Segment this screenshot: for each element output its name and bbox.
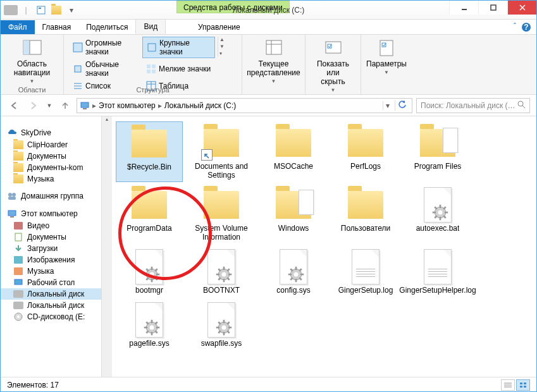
svg-rect-43 [14, 267, 23, 275]
tab-share[interactable]: Поделиться [78, 20, 135, 34]
sidebar-downloads[interactable]: Загрузки [1, 243, 101, 254]
forward-button[interactable] [26, 98, 41, 113]
file-item[interactable]: $Recycle.Bin [116, 121, 183, 182]
tab-file[interactable]: Файл [1, 20, 35, 34]
breadcrumb-dropdown-icon[interactable]: ▾ [383, 101, 392, 110]
new-folder-icon[interactable] [49, 3, 63, 17]
sidebar-documents-kom[interactable]: Документы-kom [1, 162, 101, 173]
breadcrumb-location[interactable]: Локальный диск (C:) [164, 101, 237, 110]
sidebar-pictures[interactable]: Изображения [1, 254, 101, 266]
svg-rect-15 [152, 64, 156, 68]
sidebar-cd-drive[interactable]: CD-дисковод (E: [1, 311, 101, 322]
file-item[interactable]: GingerSetup.log [332, 245, 399, 297]
svg-point-46 [17, 315, 20, 318]
navigation-tree[interactable]: SkyDrive ClipHoarder Документы Документы… [1, 116, 102, 377]
svg-point-98 [222, 326, 226, 330]
refresh-icon[interactable] [395, 100, 409, 111]
sidebar-desktop[interactable]: Рабочий стол [1, 277, 101, 288]
svg-rect-39 [10, 216, 14, 217]
tab-home[interactable]: Главная [35, 20, 79, 34]
svg-line-34 [522, 106, 525, 108]
view-scroll-down-icon[interactable]: ▼ [219, 44, 225, 49]
sidebar-this-pc[interactable]: Этот компьютер [1, 207, 101, 220]
sidebar-videos[interactable]: Видео [1, 220, 101, 231]
qat-sep: | [19, 3, 33, 17]
file-item[interactable]: pagefile.sys [116, 298, 183, 350]
show-hide-button[interactable]: Показать или скрыть ▼ [311, 37, 355, 94]
navigation-pane-button[interactable]: Область навигации ▼ [6, 37, 58, 85]
view-scroll-up-icon[interactable]: ▲ [219, 37, 225, 42]
breadcrumb-pc[interactable]: Этот компьютер [99, 101, 156, 110]
file-item-label: pagefile.sys [129, 339, 169, 348]
svg-rect-44 [15, 279, 22, 285]
window-title: Локальный диск (C:) [233, 6, 305, 15]
qat-dropdown-icon[interactable]: ▾ [65, 3, 78, 17]
file-item[interactable]: ProgramData [116, 183, 183, 244]
file-item[interactable]: MSOCache [260, 121, 327, 182]
sidebar-music2[interactable]: Музыка [1, 266, 101, 277]
view-expand-icon[interactable]: ▾ [219, 51, 225, 56]
sidebar-documents2[interactable]: Документы [1, 231, 101, 243]
file-item[interactable]: swapfile.sys [188, 298, 255, 350]
view-huge-icons[interactable]: Огромные значки [69, 37, 142, 58]
file-item[interactable]: Пользователи [332, 183, 399, 244]
file-list[interactable]: ▴ $Recycle.BinDocuments and SettingsMSOC… [102, 116, 536, 377]
file-item[interactable]: System Volume Information [188, 183, 255, 244]
details-view-button[interactable] [501, 379, 515, 391]
search-input[interactable]: Поиск: Локальный диск (C:) [416, 98, 530, 113]
file-item[interactable]: Windows [260, 183, 327, 244]
file-item[interactable]: PerfLogs [332, 121, 399, 182]
ribbon-collapse-icon[interactable]: ˆ [514, 22, 516, 34]
address-bar: ▼ ▸ Этот компьютер ▸ Локальный диск (C:)… [1, 95, 536, 116]
up-button[interactable] [58, 98, 73, 113]
maximize-button[interactable] [478, 1, 507, 15]
app-icon[interactable] [4, 3, 18, 17]
sidebar-local-disk-d[interactable]: Локальный диск [1, 300, 101, 311]
tab-view[interactable]: Вид [135, 19, 166, 34]
file-item[interactable]: bootmgr [116, 245, 183, 297]
svg-rect-12 [148, 44, 156, 51]
svg-line-75 [218, 278, 221, 280]
help-icon[interactable]: ? [521, 22, 531, 34]
svg-rect-41 [15, 233, 22, 241]
file-item[interactable]: config.sys [260, 245, 327, 297]
current-view-button[interactable]: Текущее представление ▼ [247, 37, 300, 85]
content-scrollbar[interactable]: ▴ [102, 116, 112, 377]
tab-manage[interactable]: Управление [190, 20, 248, 34]
properties-icon[interactable] [34, 3, 48, 17]
sidebar-homegroup[interactable]: Домашняя группа [1, 190, 101, 202]
minimize-button[interactable] [449, 1, 478, 15]
sidebar-cliphoarder[interactable]: ClipHoarder [1, 139, 101, 150]
back-button[interactable] [7, 98, 22, 113]
svg-point-36 [12, 193, 16, 197]
history-dropdown[interactable]: ▼ [45, 98, 54, 113]
sidebar-skydrive[interactable]: SkyDrive [1, 126, 101, 139]
breadcrumb[interactable]: ▸ Этот компьютер ▸ Локальный диск (C:) ▾ [77, 98, 412, 113]
file-item[interactable]: autoexec.bat [404, 183, 471, 244]
svg-line-93 [146, 322, 149, 324]
sidebar-documents[interactable]: Документы [1, 150, 101, 162]
view-large-icons[interactable]: Крупные значки [142, 37, 215, 58]
svg-line-103 [218, 322, 221, 324]
options-button[interactable]: Параметры ▼ [366, 37, 407, 77]
svg-rect-3 [491, 5, 496, 10]
svg-rect-14 [147, 64, 151, 68]
sidebar-music[interactable]: Музыка [1, 173, 101, 185]
view-small-icons[interactable]: Мелкие значки [142, 59, 215, 79]
svg-line-83 [290, 269, 293, 271]
file-item[interactable]: Program Files [404, 121, 471, 182]
folder-icon [343, 186, 388, 224]
close-button[interactable] [507, 1, 536, 15]
sidebar-local-disk-c[interactable]: Локальный диск [1, 288, 101, 300]
file-item[interactable]: BOOTNXT [188, 245, 255, 297]
ribbon-group-areas: Области [1, 86, 63, 94]
svg-rect-16 [147, 70, 151, 73]
icons-view-button[interactable] [516, 379, 530, 391]
view-medium-icons[interactable]: Обычные значки [69, 59, 142, 79]
ribbon: Область навигации ▼ Области Огромные зна… [1, 35, 536, 95]
file-icon [343, 248, 388, 286]
file-item[interactable]: Documents and Settings [188, 121, 255, 182]
svg-line-53 [435, 207, 437, 209]
file-item[interactable]: GingerSetupHelper.log [404, 245, 471, 297]
file-item-label: ProgramData [127, 224, 171, 233]
